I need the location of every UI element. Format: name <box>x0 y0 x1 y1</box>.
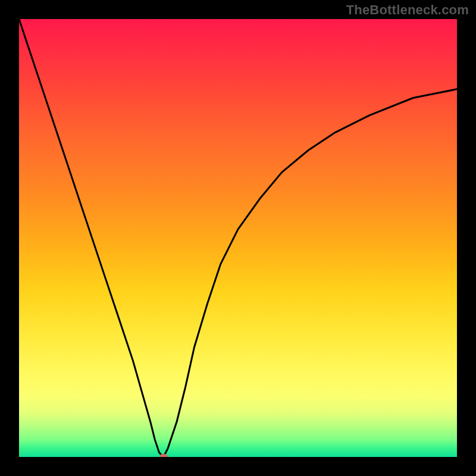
curve-svg <box>19 19 457 457</box>
bottleneck-marker <box>159 454 168 457</box>
chart-frame: TheBottleneck.com <box>0 0 476 476</box>
plot-area <box>19 19 457 457</box>
bottleneck-curve <box>19 19 457 457</box>
watermark-text: TheBottleneck.com <box>346 2 469 18</box>
